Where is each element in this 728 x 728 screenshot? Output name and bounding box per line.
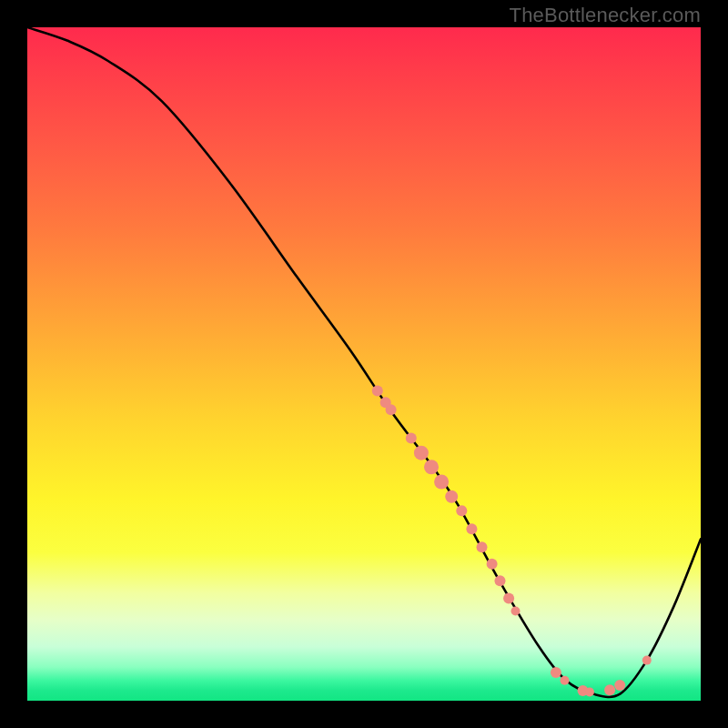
marker-point	[424, 460, 439, 474]
highlight-points	[372, 386, 652, 697]
marker-point	[561, 676, 570, 685]
marker-point	[456, 505, 467, 516]
marker-point	[386, 404, 397, 415]
marker-point	[372, 386, 383, 397]
chart-svg	[27, 27, 701, 701]
marker-point	[551, 667, 561, 678]
marker-point	[503, 593, 514, 604]
marker-point	[466, 523, 477, 534]
bottleneck-curve	[27, 27, 701, 697]
marker-point	[434, 475, 449, 490]
chart-stage: TheBottlenecker.com	[0, 0, 728, 728]
marker-point	[494, 575, 505, 586]
marker-point	[511, 607, 521, 616]
marker-point	[604, 684, 615, 695]
marker-point	[642, 656, 652, 665]
marker-point	[406, 432, 417, 443]
marker-point	[477, 541, 488, 552]
marker-point	[614, 680, 625, 691]
marker-point	[414, 446, 429, 460]
watermark-text: TheBottlenecker.com	[510, 4, 701, 27]
marker-point	[445, 490, 458, 503]
marker-point	[487, 559, 498, 570]
plot-area	[27, 27, 701, 701]
marker-point	[585, 687, 594, 696]
